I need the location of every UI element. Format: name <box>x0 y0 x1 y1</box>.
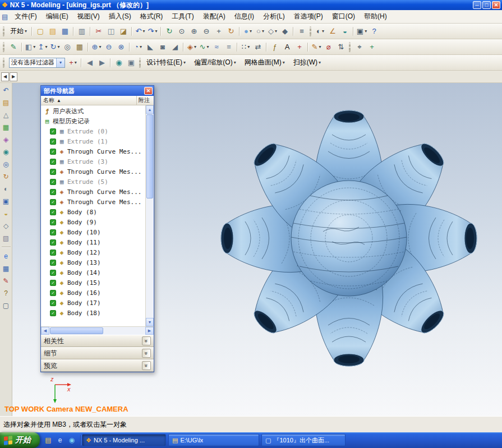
menu-item[interactable]: 帮助(H) <box>360 10 392 24</box>
tree-item[interactable]: ✓ Body (10) <box>41 227 145 237</box>
scroll-right-icon[interactable]: ▶ <box>10 72 17 81</box>
move-object-icon[interactable]: ⇅ <box>335 41 347 53</box>
part-navigator-titlebar[interactable]: 部件导航器 ✕ <box>41 86 154 96</box>
checkbox-icon[interactable]: ✓ <box>50 159 56 165</box>
tree-item[interactable]: ✓ Body (16) <box>41 288 145 298</box>
checkbox-icon[interactable]: ✓ <box>50 138 56 145</box>
rotate-view-icon[interactable]: ↻ <box>225 26 237 37</box>
measure-icon[interactable]: ∠ <box>327 26 338 37</box>
start-app-menu-button[interactable]: 开始 <box>8 26 29 37</box>
wireframe-view-icon[interactable]: ○ <box>255 26 266 37</box>
text-icon[interactable]: A <box>282 41 293 53</box>
tree-item[interactable]: ✓ 用户表达式 <box>41 106 145 116</box>
checkbox-icon[interactable]: ✓ <box>50 260 56 266</box>
tree-item[interactable]: ✓ Body (13) <box>41 257 145 267</box>
shell-icon[interactable]: ◙ <box>157 41 168 53</box>
shaded-view-icon[interactable]: ● <box>242 26 254 37</box>
menu-item[interactable]: 首选项(P) <box>289 10 328 24</box>
navigator-section-bar[interactable]: 预览 » <box>41 359 154 372</box>
chevron-double-down-icon[interactable]: » <box>142 336 151 345</box>
scroll-down-icon[interactable]: ▼ <box>146 318 154 326</box>
sketch-icon[interactable]: ✎ <box>8 41 19 53</box>
general-selection-icon[interactable]: + <box>67 57 79 68</box>
hd3d-tool-icon[interactable]: ◉ <box>1 146 12 158</box>
layer-settings-icon[interactable]: ≡ <box>296 26 307 37</box>
close-icon[interactable]: ✕ <box>144 87 153 95</box>
edit-feature-icon[interactable]: ✎ <box>311 41 322 53</box>
checkbox-icon[interactable]: ✓ <box>50 280 56 286</box>
paste-icon[interactable]: ◪ <box>118 26 129 37</box>
open-icon[interactable]: ▤ <box>47 26 58 37</box>
tree-item[interactable]: ✓ 模型历史记录 <box>41 116 145 126</box>
tree-item[interactable]: ✓ Body (12) <box>41 247 145 257</box>
internet-explorer-icon[interactable]: e <box>1 250 12 262</box>
pattern-icon[interactable]: ∷ <box>240 41 251 53</box>
show-hide-icon[interactable]: ◐ <box>315 26 326 37</box>
mirror-icon[interactable]: ⇄ <box>252 41 264 53</box>
previous-selection-icon[interactable]: ◀ <box>84 57 95 68</box>
new-part-icon[interactable]: ▢ <box>35 26 46 37</box>
menu-item[interactable]: 工具(T) <box>167 10 198 24</box>
checkbox-icon[interactable]: ✓ <box>50 199 56 205</box>
checkbox-icon[interactable]: ✓ <box>50 189 56 195</box>
undo-icon[interactable]: ↶ <box>135 26 146 37</box>
scroll-thumb[interactable] <box>50 327 103 334</box>
checkbox-icon[interactable]: ✓ <box>50 229 56 235</box>
checkbox-icon[interactable]: ✓ <box>50 290 56 296</box>
intersect-icon[interactable]: ⊗ <box>116 41 127 53</box>
menu-item[interactable]: 文件(F) <box>10 10 41 24</box>
column-note[interactable]: 附注 <box>137 96 154 104</box>
checkbox-icon[interactable]: ✓ <box>50 250 56 256</box>
mesh-surface-menu[interactable]: 网格曲面(M) <box>242 57 287 68</box>
quick-launch-media-icon[interactable]: ◉ <box>67 435 77 445</box>
system-materials-icon[interactable]: ◇ <box>1 220 12 232</box>
tree-item[interactable]: ✓ Extrude (3) <box>41 156 145 167</box>
quick-launch-folder-icon[interactable]: ▤ <box>43 435 53 445</box>
scroll-right-icon[interactable]: ▶ <box>145 327 154 335</box>
checkbox-icon[interactable]: ✓ <box>50 149 56 155</box>
document-icon[interactable]: ▢ <box>1 299 12 312</box>
edge-blend-icon[interactable]: ◔ <box>132 41 144 53</box>
block-icon[interactable]: ▦ <box>74 41 85 53</box>
tree-item[interactable]: ✓ Extrude (5) <box>41 177 145 187</box>
process-studio-icon[interactable]: ▣ <box>1 195 12 207</box>
expression-icon[interactable]: ƒ <box>269 41 280 53</box>
roles-icon[interactable]: ◒ <box>1 207 12 220</box>
zoom-in-icon[interactable]: ⊕ <box>188 26 200 37</box>
capture-icon[interactable]: ▣ <box>126 57 137 68</box>
scroll-left-icon[interactable]: ◀ <box>1 72 9 81</box>
cut-icon[interactable]: ✂ <box>93 26 104 37</box>
swept-icon[interactable]: ∿ <box>199 41 210 53</box>
menu-item[interactable]: 信息(I) <box>230 10 259 24</box>
design-features-menu[interactable]: 设计特征(E) <box>144 57 188 68</box>
tree-item[interactable]: ✓ Extrude (1) <box>41 136 145 146</box>
help-icon[interactable]: ? <box>369 26 380 37</box>
checkbox-icon[interactable]: ✓ <box>50 169 56 175</box>
offset-scale-menu[interactable]: 偏置/缩放(O) <box>192 57 238 68</box>
tree-item[interactable]: ✓ Through Curve Mes... <box>41 197 145 207</box>
checkbox-icon[interactable]: ✓ <box>50 300 56 306</box>
start-button[interactable]: 开始 <box>0 432 40 448</box>
sort-ascending-icon[interactable]: ▲ <box>57 98 61 103</box>
save-layout-icon[interactable]: ▦ <box>1 262 12 275</box>
save-icon[interactable]: ▦ <box>59 26 71 37</box>
hole-icon[interactable]: ◎ <box>62 41 73 53</box>
tree-item[interactable]: ✓ Body (18) <box>41 308 145 318</box>
scroll-thumb[interactable] <box>146 114 153 198</box>
perspective-icon[interactable]: ◆ <box>279 26 291 37</box>
tree-item[interactable]: ✓ Body (17) <box>41 298 145 308</box>
touch-mode-icon[interactable]: ▧ <box>1 232 12 244</box>
ruled-surface-icon[interactable]: ≈ <box>211 41 222 53</box>
minimize-button[interactable]: ─ <box>473 1 481 9</box>
web-browser-icon[interactable]: ◎ <box>1 158 12 170</box>
menu-item[interactable]: 视图(V) <box>73 10 104 24</box>
redo-icon[interactable]: ↷ <box>147 26 158 37</box>
revolve-icon[interactable]: ↻ <box>49 41 61 53</box>
horizontal-scrollbar[interactable]: ◀ ▶ <box>41 326 154 335</box>
draft-icon[interactable]: ◢ <box>169 41 181 53</box>
pan-icon[interactable]: + <box>213 26 224 37</box>
vertical-scrollbar[interactable]: ▲ ▼ <box>145 105 154 326</box>
scroll-track[interactable] <box>49 327 145 335</box>
annotate-icon[interactable]: ✎ <box>1 275 12 287</box>
selection-filter-combo[interactable]: 没有选择过滤器 ▾ <box>9 58 65 68</box>
